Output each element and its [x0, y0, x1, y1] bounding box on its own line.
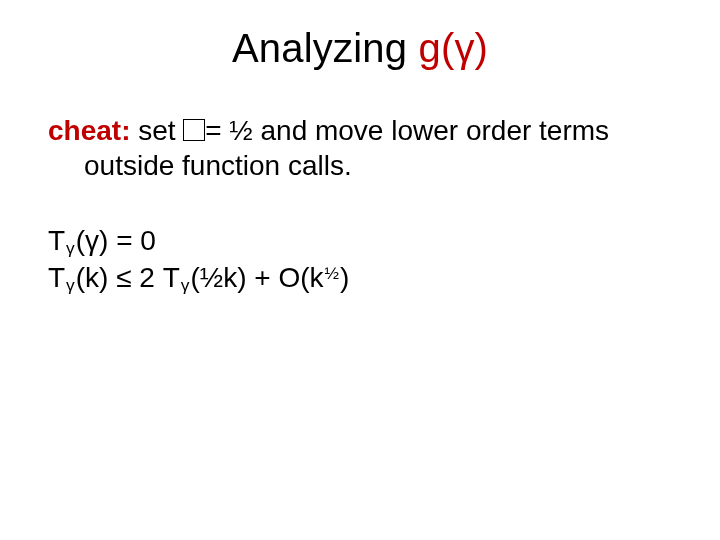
cheat-paragraph: cheat: set = ½ and move lower order term…: [48, 113, 672, 183]
cheat-set-word: set: [130, 115, 183, 146]
eq2-mid2: (½k) + O(k: [191, 262, 324, 293]
eq2-sub-gamma-1: γ: [65, 275, 76, 295]
cheat-label: cheat:: [48, 115, 130, 146]
title-accent: g(γ): [418, 26, 488, 70]
missing-glyph-icon: [183, 119, 205, 141]
eq2-sub-gamma-2: γ: [180, 275, 191, 295]
slide-title: Analyzing g(γ): [48, 26, 672, 71]
eq1-T: T: [48, 225, 65, 256]
eq2-tail: ): [340, 262, 349, 293]
slide-body: cheat: set = ½ and move lower order term…: [48, 113, 672, 296]
eq1-sub-gamma: γ: [65, 238, 76, 258]
eq1-rest: (γ) = 0: [76, 225, 156, 256]
cheat-line1-rest: = ½ and move lower order terms: [205, 115, 609, 146]
cheat-line2: outside function calls.: [84, 148, 672, 183]
eq2-mid1: (k) ≤ 2 T: [76, 262, 180, 293]
equation-row-2: Tγ(k) ≤ 2 Tγ(½k) + O(k½): [48, 260, 672, 297]
eq2-T1: T: [48, 262, 65, 293]
eq2-sup-half: ½: [324, 263, 340, 283]
equations: Tγ(γ) = 0 Tγ(k) ≤ 2 Tγ(½k) + O(k½): [48, 223, 672, 296]
title-main: Analyzing: [232, 26, 419, 70]
equation-row-1: Tγ(γ) = 0: [48, 223, 672, 260]
slide: Analyzing g(γ) cheat: set = ½ and move l…: [0, 0, 720, 540]
